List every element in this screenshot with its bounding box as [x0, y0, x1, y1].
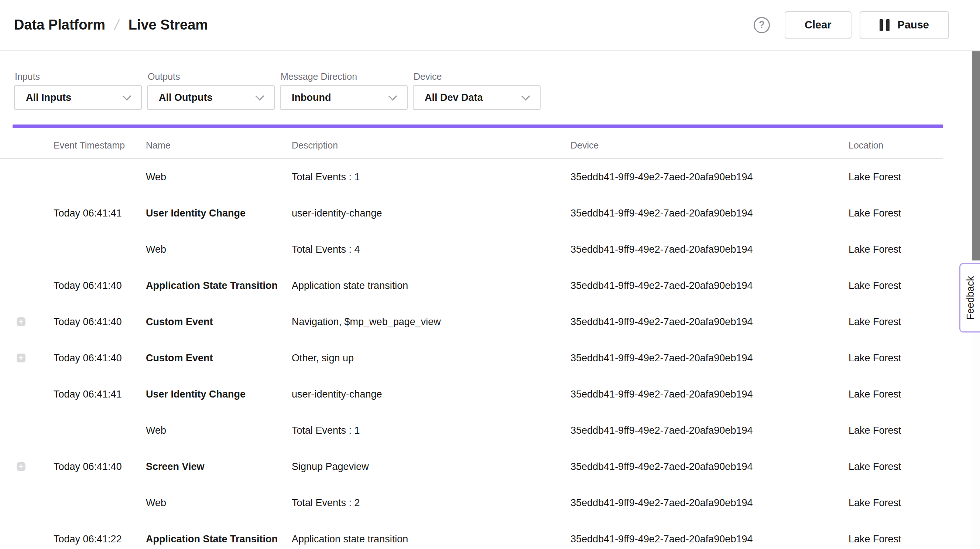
- event-location-cell: Lake Forest: [848, 425, 943, 436]
- event-name-cell: Web: [146, 497, 292, 509]
- event-description-cell: user-identity-change: [292, 389, 571, 400]
- event-device-cell: 35eddb41-9ff9-49e2-7aed-20afa90eb194: [571, 207, 848, 219]
- message-direction-select-value: Inbound: [292, 92, 331, 104]
- filter-label-inputs: Inputs: [15, 72, 142, 81]
- header-actions: ? Clear Pause: [754, 11, 949, 39]
- event-name-cell: User Identity Change: [146, 389, 292, 400]
- clear-button[interactable]: Clear: [785, 11, 851, 39]
- event-name-cell: Application State Transition: [146, 533, 292, 545]
- event-name-cell: User Identity Change: [146, 207, 292, 219]
- table-row[interactable]: + Web Total Events : 1 35eddb41-9ff9-49e…: [0, 159, 943, 195]
- outputs-select-value: All Outputs: [159, 92, 212, 104]
- expand-row-button[interactable]: +: [17, 462, 25, 471]
- outputs-select[interactable]: All Outputs: [147, 85, 275, 110]
- row-expand-gutter: +: [0, 426, 54, 435]
- row-expand-gutter: +: [0, 535, 54, 543]
- table-row[interactable]: + Today 06:41:22 Application State Trans…: [0, 521, 943, 549]
- chevron-down-icon: [122, 92, 131, 101]
- event-name-cell: Application State Transition: [146, 280, 292, 292]
- event-timestamp-cell: Today 06:41:40: [54, 280, 146, 292]
- table-row[interactable]: + Web Total Events : 2 35eddb41-9ff9-49e…: [0, 485, 943, 521]
- header-cell-description: Description: [292, 140, 571, 158]
- event-name-cell: Web: [146, 244, 292, 255]
- table-row[interactable]: + Today 06:41:40 Screen View Signup Page…: [0, 448, 943, 485]
- event-name-cell: Web: [146, 171, 292, 183]
- event-timestamp-cell: Today 06:41:40: [54, 353, 146, 364]
- row-expand-gutter: +: [0, 209, 54, 218]
- breadcrumb-separator: /: [113, 17, 120, 33]
- pause-button[interactable]: Pause: [860, 11, 949, 39]
- header-cell-empty: [0, 151, 54, 158]
- event-device-cell: 35eddb41-9ff9-49e2-7aed-20afa90eb194: [571, 389, 848, 400]
- feedback-tab[interactable]: Feedback: [959, 263, 980, 332]
- table-row[interactable]: + Today 06:41:40 Custom Event Navigation…: [0, 304, 943, 340]
- table-row[interactable]: + Today 06:41:41 User Identity Change us…: [0, 376, 943, 412]
- row-expand-gutter: +: [0, 390, 54, 399]
- row-expand-gutter: +: [0, 172, 54, 181]
- filter-group-inputs: Inputs All Inputs: [14, 72, 142, 110]
- filter-group-outputs: Outputs All Outputs: [147, 72, 275, 110]
- event-location-cell: Lake Forest: [848, 316, 943, 328]
- header-cell-event-timestamp: Event Timestamp: [54, 140, 146, 158]
- table-row[interactable]: + Today 06:41:40 Application State Trans…: [0, 268, 943, 304]
- expand-row-button[interactable]: +: [17, 354, 25, 362]
- event-description-cell: Total Events : 1: [292, 425, 571, 436]
- events-table-body: + Web Total Events : 1 35eddb41-9ff9-49e…: [0, 159, 943, 549]
- chevron-down-icon: [255, 92, 264, 101]
- event-timestamp-cell: Today 06:41:40: [54, 316, 146, 328]
- event-location-cell: Lake Forest: [848, 497, 943, 509]
- table-row[interactable]: + Today 06:41:41 User Identity Change us…: [0, 195, 943, 231]
- event-timestamp-cell: Today 06:41:22: [54, 533, 146, 545]
- event-device-cell: 35eddb41-9ff9-49e2-7aed-20afa90eb194: [571, 497, 848, 509]
- event-location-cell: Lake Forest: [848, 353, 943, 364]
- event-description-cell: Other, sign up: [292, 353, 571, 364]
- device-select-value: All Dev Data: [425, 92, 483, 104]
- event-description-cell: Application state transition: [292, 533, 571, 545]
- help-glyph: ?: [759, 19, 765, 31]
- breadcrumb: Data Platform / Live Stream: [14, 17, 208, 33]
- event-description-cell: Total Events : 2: [292, 497, 571, 509]
- breadcrumb-data-platform[interactable]: Data Platform: [14, 17, 105, 33]
- event-device-cell: 35eddb41-9ff9-49e2-7aed-20afa90eb194: [571, 353, 848, 364]
- top-header: Data Platform / Live Stream ? Clear Paus…: [0, 0, 980, 51]
- row-expand-gutter: +: [0, 281, 54, 290]
- table-row[interactable]: + Web Total Events : 1 35eddb41-9ff9-49e…: [0, 412, 943, 448]
- event-device-cell: 35eddb41-9ff9-49e2-7aed-20afa90eb194: [571, 316, 848, 328]
- header-cell-name: Name: [146, 140, 292, 158]
- event-name-cell: Web: [146, 425, 292, 436]
- event-device-cell: 35eddb41-9ff9-49e2-7aed-20afa90eb194: [571, 171, 848, 183]
- filter-label-outputs: Outputs: [148, 72, 275, 81]
- inputs-select[interactable]: All Inputs: [14, 85, 142, 110]
- filter-label-device: Device: [414, 72, 541, 81]
- table-row[interactable]: + Web Total Events : 4 35eddb41-9ff9-49e…: [0, 231, 943, 268]
- event-timestamp-cell: Today 06:41:41: [54, 207, 146, 219]
- message-direction-select[interactable]: Inbound: [280, 85, 408, 110]
- event-location-cell: Lake Forest: [848, 280, 943, 292]
- chevron-down-icon: [388, 92, 397, 101]
- expand-row-button[interactable]: +: [17, 318, 25, 326]
- pause-button-label: Pause: [898, 19, 929, 31]
- scrollbar-thumb[interactable]: [972, 51, 980, 260]
- event-description-cell: Signup Pageview: [292, 461, 571, 472]
- event-device-cell: 35eddb41-9ff9-49e2-7aed-20afa90eb194: [571, 461, 848, 472]
- event-device-cell: 35eddb41-9ff9-49e2-7aed-20afa90eb194: [571, 280, 848, 292]
- event-device-cell: 35eddb41-9ff9-49e2-7aed-20afa90eb194: [571, 244, 848, 255]
- header-cell-device: Device: [571, 140, 848, 158]
- row-expand-gutter: +: [0, 498, 54, 507]
- event-description-cell: Total Events : 1: [292, 171, 571, 183]
- row-expand-gutter: +: [0, 354, 54, 362]
- event-name-cell: Custom Event: [146, 316, 292, 328]
- event-location-cell: Lake Forest: [848, 389, 943, 400]
- inputs-select-value: All Inputs: [26, 92, 71, 104]
- clear-button-label: Clear: [805, 19, 832, 31]
- event-location-cell: Lake Forest: [848, 207, 943, 219]
- device-select[interactable]: All Dev Data: [413, 85, 541, 110]
- help-icon[interactable]: ?: [754, 17, 770, 33]
- event-location-cell: Lake Forest: [848, 244, 943, 255]
- event-description-cell: Total Events : 4: [292, 244, 571, 255]
- filter-group-message-direction: Message Direction Inbound: [280, 72, 408, 110]
- breadcrumb-live-stream: Live Stream: [129, 17, 208, 33]
- row-expand-gutter: +: [0, 245, 54, 254]
- table-row[interactable]: + Today 06:41:40 Custom Event Other, sig…: [0, 340, 943, 376]
- event-description-cell: Application state transition: [292, 280, 571, 292]
